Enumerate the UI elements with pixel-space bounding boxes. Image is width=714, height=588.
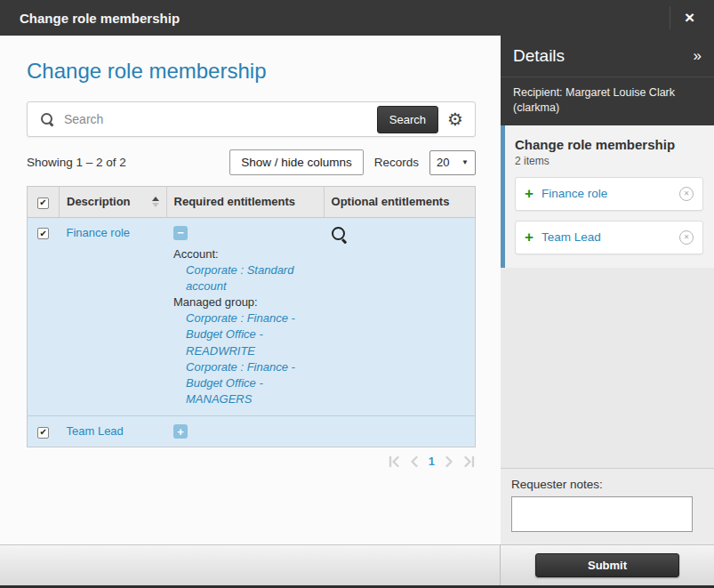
entitlement-group-label: Account:	[173, 247, 219, 261]
close-icon[interactable]: ×	[670, 6, 709, 29]
pagination: 1	[27, 455, 476, 468]
collapse-icon[interactable]: −	[173, 226, 188, 240]
search-icon	[40, 112, 55, 127]
entitlement-list: Account: Corporate : Standard account Ma…	[173, 246, 317, 408]
page-title: Change role membership	[27, 59, 476, 84]
cart-item-finance-role[interactable]: Finance role	[542, 187, 607, 200]
requester-notes-label: Requester notes:	[511, 478, 703, 491]
first-page-icon[interactable]	[388, 455, 400, 468]
showing-count: Showing 1 – 2 of 2	[27, 156, 126, 169]
change-role-membership-dialog: Change role membership × Change role mem…	[0, 0, 714, 588]
details-header: Details »	[501, 36, 714, 77]
optional-entitlements-search-icon[interactable]	[331, 226, 349, 244]
add-icon: +	[525, 186, 533, 201]
request-summary-title: Change role membership	[515, 137, 703, 152]
remove-item-icon[interactable]: ✕	[679, 230, 694, 245]
sidebar-filler	[501, 268, 714, 468]
select-all-checkbox[interactable]: ✔	[37, 197, 49, 209]
search-bar: Search ⚙	[27, 101, 476, 137]
table-header-row: ✔ Description Required entitlements Opti…	[28, 187, 476, 218]
entitlement-link[interactable]: Corporate : Finance - Budget Office - MA…	[173, 359, 317, 408]
current-page-number[interactable]: 1	[429, 455, 435, 468]
entitlement-link[interactable]: Corporate : Standard account	[173, 262, 317, 294]
dialog-body: Change role membership Search ⚙ Showing …	[0, 36, 714, 585]
records-value: 20	[437, 156, 449, 169]
records-label: Records	[374, 156, 419, 169]
row-checkbox[interactable]: ✔	[37, 228, 49, 239]
next-page-icon[interactable]	[443, 455, 455, 468]
gear-icon[interactable]: ⚙	[447, 110, 463, 128]
entitlement-link[interactable]: Corporate : Finance - Budget Office - RE…	[173, 310, 317, 359]
records-per-page-select[interactable]: 20 ▼	[429, 150, 476, 175]
submit-button[interactable]: Submit	[535, 553, 679, 577]
last-page-icon[interactable]	[463, 455, 476, 468]
expand-icon[interactable]: +	[173, 424, 188, 439]
list-item: + Team Lead ✕	[515, 221, 703, 254]
add-icon: +	[525, 230, 533, 245]
row-checkbox[interactable]: ✔	[37, 427, 49, 439]
details-title: Details	[513, 46, 694, 66]
remove-item-icon[interactable]: ✕	[679, 187, 694, 201]
chevron-down-icon: ▼	[461, 158, 469, 166]
requester-notes-section: Requester notes:	[501, 468, 714, 544]
roles-table: ✔ Description Required entitlements Opti…	[27, 186, 476, 447]
table-toolbar: Showing 1 – 2 of 2 Show / hide columns R…	[27, 149, 476, 175]
role-link-team-lead[interactable]: Team Lead	[67, 424, 124, 438]
entitlement-group-label: Managed group:	[173, 295, 258, 309]
previous-page-icon[interactable]	[408, 455, 421, 468]
table-row: ✔ Team Lead +	[28, 416, 476, 447]
cart-item-team-lead[interactable]: Team Lead	[542, 230, 601, 244]
search-button[interactable]: Search	[377, 106, 438, 133]
column-header-required-entitlements: Required entitlements	[166, 187, 324, 218]
main-content: Change role membership Search ⚙ Showing …	[0, 36, 501, 544]
toolbar-right: Show / hide columns Records 20 ▼	[229, 149, 476, 175]
dialog-titlebar: Change role membership ×	[0, 0, 714, 36]
search-input[interactable]	[64, 112, 377, 126]
dialog-title: Change role membership	[0, 11, 670, 26]
sort-ascending-icon[interactable]	[152, 197, 159, 207]
request-summary-panel: Change role membership 2 items + Finance…	[501, 125, 714, 268]
show-hide-columns-button[interactable]: Show / hide columns	[229, 149, 364, 175]
sidebar-footer: Submit	[501, 544, 714, 585]
role-link-finance-role[interactable]: Finance role	[67, 226, 131, 239]
main-panel: Change role membership Search ⚙ Showing …	[0, 36, 501, 585]
recipient-info: Recipient: Margaret Louise Clark (clarkm…	[501, 77, 714, 125]
items-count: 2 items	[515, 155, 703, 167]
list-item: + Finance role ✕	[515, 177, 703, 211]
details-sidebar: Details » Recipient: Margaret Louise Cla…	[501, 36, 714, 585]
column-header-description: Description	[67, 195, 131, 208]
requester-notes-field[interactable]	[511, 496, 693, 532]
main-footer-strip	[0, 544, 501, 585]
table-row: ✔ Finance role − Account: Corporate : St…	[28, 217, 476, 416]
column-header-optional-entitlements: Optional entitlements	[324, 187, 475, 218]
collapse-panel-icon[interactable]: »	[694, 47, 702, 65]
